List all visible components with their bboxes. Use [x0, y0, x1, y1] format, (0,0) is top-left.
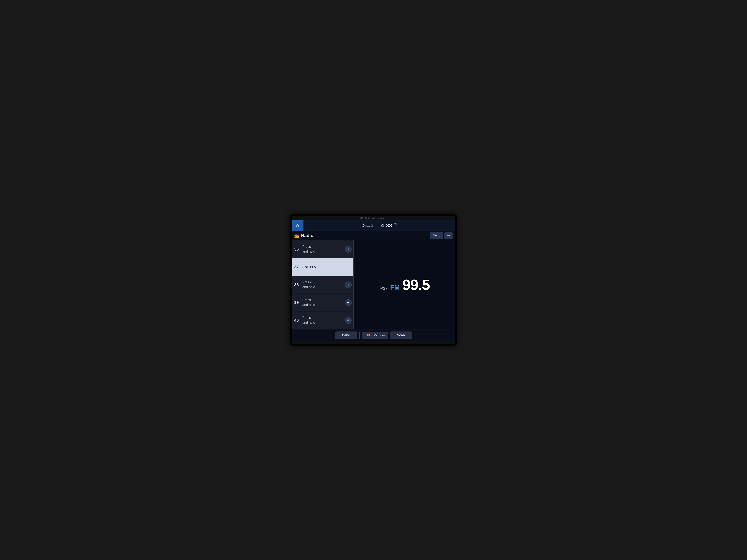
preset-info: FM 99.5 — [301, 264, 352, 270]
title-bar: 📻 Radio Menu ↩ — [292, 231, 455, 240]
date-display: Dec. 2 — [361, 223, 374, 228]
radio-waves-icon: )) — [371, 334, 372, 337]
frequency-display-area: P37 FM 99.5 — [355, 240, 455, 329]
add-preset-button[interactable]: + — [345, 282, 352, 288]
hd-radio-label: Radio® — [374, 334, 385, 337]
screen: ⌂ Dec. 2 4:33PM 📻 Radio Menu ↩ — [292, 220, 455, 341]
preset-indicator: P37 — [380, 286, 388, 291]
scroll-indicator — [353, 240, 354, 329]
preset-name: Press and hold — [302, 281, 315, 289]
home-icon: ⌂ — [296, 222, 299, 228]
preset-number: 39 — [294, 300, 301, 305]
title-buttons: Menu ↩ — [430, 232, 453, 239]
frequency-number: 99.5 — [403, 277, 430, 292]
preset-number: 40 — [294, 318, 301, 323]
add-preset-button[interactable]: + — [345, 246, 352, 252]
brand-logo: HD Radio ((SiriusXM)) — [360, 217, 386, 219]
preset-info: Press and hold — [301, 280, 345, 289]
preset-item[interactable]: 37FM 99.5 — [292, 258, 354, 276]
hd-text: HD — [366, 334, 370, 337]
device-frame: HD Radio ((SiriusXM)) ⌂ Dec. 2 4:33PM 📻 … — [290, 214, 457, 346]
preset-item[interactable]: 40Press and hold+ — [292, 312, 354, 329]
ampm-display: PM — [393, 222, 397, 226]
hd-radio-button[interactable]: HD )) Radio® — [362, 332, 388, 339]
header-bar: ⌂ Dec. 2 4:33PM — [292, 220, 455, 231]
time-value: 4:33 — [381, 222, 392, 228]
bottom-bar: Band HD )) Radio® Scan — [292, 329, 455, 341]
time-display: 4:33PM — [381, 222, 397, 229]
preset-name: Press and hold — [302, 245, 315, 253]
preset-name: Press and hold — [302, 316, 315, 324]
preset-name: FM 99.5 — [302, 265, 316, 269]
date-time-display: Dec. 2 4:33PM — [304, 222, 455, 229]
back-button[interactable]: ↩ — [444, 232, 453, 239]
bottom-divider — [359, 332, 360, 339]
preset-number: 36 — [294, 247, 301, 252]
preset-item[interactable]: 36Press and hold+ — [292, 240, 354, 258]
radio-title-group: 📻 Radio — [294, 233, 430, 238]
bottom-bezel — [292, 341, 455, 344]
add-preset-button[interactable]: + — [345, 299, 352, 306]
preset-number: 38 — [294, 283, 301, 287]
hd-logo: HD )) — [366, 334, 372, 337]
band-button[interactable]: Band — [335, 331, 357, 339]
home-button[interactable]: ⌂ — [292, 220, 304, 231]
preset-list: 36Press and hold+37FM 99.538Press and ho… — [292, 240, 355, 329]
main-content: 36Press and hold+37FM 99.538Press and ho… — [292, 240, 455, 329]
top-bezel: HD Radio ((SiriusXM)) — [292, 216, 455, 220]
preset-number: 37 — [294, 265, 301, 269]
band-label: FM — [390, 284, 400, 292]
preset-item[interactable]: 38Press and hold+ — [292, 276, 354, 294]
radio-icon: 📻 — [294, 233, 299, 238]
frequency-readout: P37 FM 99.5 — [380, 277, 430, 292]
preset-info: Press and hold — [301, 244, 345, 254]
preset-item[interactable]: 39Press and hold+ — [292, 294, 354, 312]
preset-info: Press and hold — [301, 298, 345, 307]
menu-button[interactable]: Menu — [430, 232, 443, 239]
radio-label: Radio — [301, 233, 313, 238]
scan-button[interactable]: Scan — [390, 331, 412, 339]
preset-name: Press and hold — [302, 298, 315, 306]
add-preset-button[interactable]: + — [345, 317, 352, 324]
preset-info: Press and hold — [301, 316, 345, 325]
